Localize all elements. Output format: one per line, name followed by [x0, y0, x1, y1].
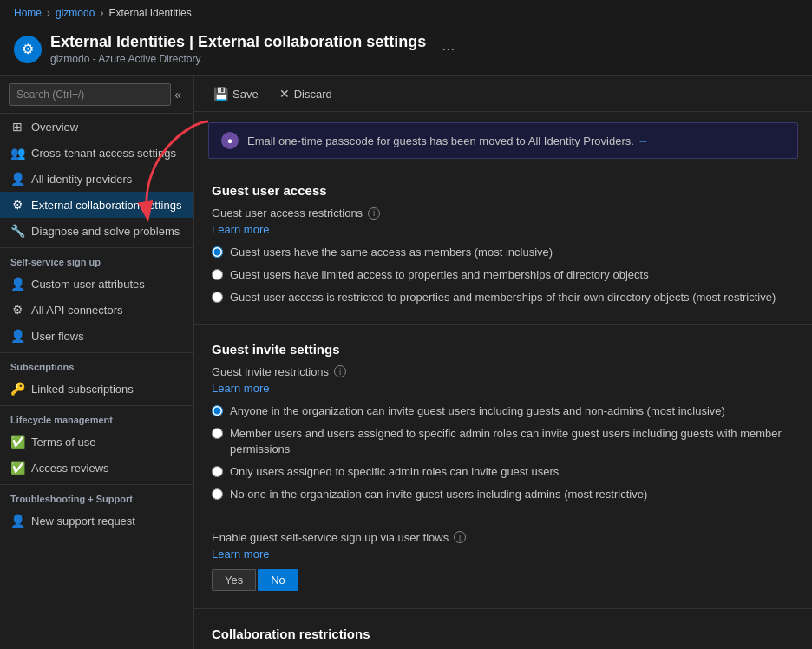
guest-access-info-icon[interactable]: i	[368, 207, 380, 220]
all-identity-icon: 👤	[10, 172, 24, 186]
guest-access-option-3: Guest user access is restricted to prope…	[212, 290, 795, 305]
guest-access-radio-3[interactable]	[212, 292, 223, 303]
sidebar-label-ext-collab: External collaboration settings	[31, 199, 181, 212]
guest-invite-label-4[interactable]: No one in the organization can invite gu…	[230, 487, 647, 502]
self-service-section: Enable guest self-service sign up via us…	[194, 517, 812, 605]
sidebar: « ⊞ Overview 👥 Cross-tenant access setti…	[0, 76, 194, 649]
guest-access-option-2: Guest users have limited access to prope…	[212, 267, 795, 283]
access-reviews-icon: ✅	[10, 461, 24, 475]
guest-invite-info-icon[interactable]: i	[334, 365, 346, 377]
guest-access-label-1[interactable]: Guest users have the same access as memb…	[230, 245, 553, 260]
breadcrumb: Home › gizmodo › External Identities	[0, 0, 812, 26]
self-service-label: Enable guest self-service sign up via us…	[212, 531, 795, 544]
main-content: ● Email one-time passcode for guests has…	[194, 112, 812, 649]
guest-invite-radio-4[interactable]	[212, 488, 223, 500]
custom-attrs-icon: 👤	[10, 277, 24, 291]
diagnose-icon: 🔧	[10, 224, 24, 238]
sidebar-label-linked-subs: Linked subscriptions	[31, 383, 134, 396]
guest-access-label-3[interactable]: Guest user access is restricted to prope…	[230, 290, 776, 305]
breadcrumb-home[interactable]: Home	[14, 7, 42, 19]
notification-text: Email one-time passcode for guests has b…	[247, 134, 648, 148]
sidebar-item-user-flows[interactable]: 👤 User flows	[0, 323, 193, 349]
guest-invite-radio-2[interactable]	[212, 428, 223, 439]
discard-label: Discard	[294, 88, 332, 101]
sidebar-item-ext-collab[interactable]: ⚙ External collaboration settings	[0, 192, 193, 218]
self-service-learn-more[interactable]: Learn more	[212, 547, 795, 560]
linked-subs-icon: 🔑	[10, 382, 24, 396]
toggle-yes-button[interactable]: Yes	[212, 569, 256, 591]
sidebar-label-access-reviews: Access reviews	[31, 462, 109, 475]
guest-access-radio-2[interactable]	[212, 269, 223, 280]
guest-access-option-1: Guest users have the same access as memb…	[212, 245, 795, 260]
self-service-toggle: Yes No	[212, 569, 795, 591]
guest-invite-label-1[interactable]: Anyone in the organization can invite gu…	[230, 403, 725, 419]
guest-access-radio-1[interactable]	[212, 246, 223, 258]
search-input[interactable]	[9, 83, 171, 106]
cross-tenant-icon: 👥	[10, 146, 24, 160]
more-options-icon[interactable]: ···	[442, 40, 455, 58]
api-connectors-icon: ⚙	[10, 303, 24, 317]
guest-invite-radio-3[interactable]	[212, 466, 223, 477]
section-lifecycle: Lifecycle management	[0, 405, 193, 429]
sidebar-label-user-flows: User flows	[31, 330, 84, 343]
sidebar-label-overview: Overview	[31, 121, 78, 134]
sidebar-label-terms: Terms of use	[31, 436, 95, 449]
page-header: ⚙ External Identities | External collabo…	[0, 26, 812, 76]
guest-access-radio-group: Guest users have the same access as memb…	[212, 245, 795, 306]
page-subtitle: gizmodo - Azure Active Directory	[50, 53, 426, 65]
guest-invite-radio-1[interactable]	[212, 405, 223, 416]
discard-icon: ✕	[279, 87, 290, 101]
page-header-icon: ⚙	[14, 36, 42, 63]
section-troubleshooting: Troubleshooting + Support	[0, 484, 193, 508]
sidebar-item-cross-tenant[interactable]: 👥 Cross-tenant access settings	[0, 140, 193, 166]
self-service-info-icon[interactable]: i	[454, 531, 466, 543]
guest-user-access-title: Guest user access	[212, 183, 795, 198]
toggle-no-button[interactable]: No	[258, 569, 298, 591]
sidebar-item-linked-subs[interactable]: 🔑 Linked subscriptions	[0, 376, 193, 402]
terms-icon: ✅	[10, 435, 24, 449]
sidebar-item-terms-of-use[interactable]: ✅ Terms of use	[0, 429, 193, 455]
sidebar-item-all-identity[interactable]: 👤 All identity providers	[0, 166, 193, 192]
sidebar-item-custom-attrs[interactable]: 👤 Custom user attributes	[0, 271, 193, 297]
guest-invite-label-3[interactable]: Only users assigned to specific admin ro…	[230, 464, 559, 480]
sidebar-item-api-connectors[interactable]: ⚙ All API connectors	[0, 297, 193, 323]
collab-restrictions-section: Collaboration restrictions Allow invitat…	[194, 613, 812, 650]
collapse-button[interactable]: «	[171, 84, 185, 105]
guest-invite-learn-more[interactable]: Learn more	[212, 382, 795, 395]
collab-restrictions-title: Collaboration restrictions	[212, 626, 795, 641]
sidebar-label-cross-tenant: Cross-tenant access settings	[31, 147, 176, 160]
new-support-icon: 👤	[10, 514, 24, 528]
sidebar-label-custom-attrs: Custom user attributes	[31, 278, 145, 291]
user-flows-icon: 👤	[10, 329, 24, 343]
notification-link[interactable]: →	[637, 134, 648, 148]
sidebar-item-overview[interactable]: ⊞ Overview	[0, 114, 193, 140]
guest-access-learn-more[interactable]: Learn more	[212, 223, 795, 236]
guest-invite-section: Guest invite settings Guest invite restr…	[194, 328, 812, 517]
save-button[interactable]: 💾 Save	[208, 83, 264, 104]
section-self-service: Self-service sign up	[0, 247, 193, 271]
guest-access-restrictions-label: Guest user access restrictions i	[212, 206, 795, 220]
sidebar-item-diagnose[interactable]: 🔧 Diagnose and solve problems	[0, 218, 193, 244]
overview-icon: ⊞	[10, 120, 24, 134]
section-subscriptions: Subscriptions	[0, 352, 193, 376]
guest-invite-option-4: No one in the organization can invite gu…	[212, 487, 795, 502]
sidebar-item-new-support[interactable]: 👤 New support request	[0, 508, 193, 534]
sidebar-item-access-reviews[interactable]: ✅ Access reviews	[0, 455, 193, 481]
sidebar-label-api-connectors: All API connectors	[31, 304, 123, 317]
guest-invite-option-1: Anyone in the organization can invite gu…	[212, 403, 795, 419]
guest-invite-title: Guest invite settings	[212, 342, 795, 357]
breadcrumb-gizmodo[interactable]: gizmodo	[56, 7, 95, 19]
guest-invite-option-2: Member users and users assigned to speci…	[212, 426, 795, 457]
discard-button[interactable]: ✕ Discard	[274, 83, 337, 104]
breadcrumb-current: External Identities	[108, 7, 191, 19]
save-label: Save	[232, 88, 259, 101]
guest-invite-radio-group: Anyone in the organization can invite gu…	[212, 403, 795, 503]
sidebar-label-diagnose: Diagnose and solve problems	[31, 225, 180, 238]
toolbar: 💾 Save ✕ Discard	[194, 76, 812, 112]
guest-user-access-section: Guest user access Guest user access rest…	[194, 169, 812, 320]
guest-invite-label-2[interactable]: Member users and users assigned to speci…	[230, 426, 795, 457]
guest-invite-restrictions-label: Guest invite restrictions i	[212, 365, 795, 378]
save-icon: 💾	[213, 87, 228, 101]
guest-access-label-2[interactable]: Guest users have limited access to prope…	[230, 267, 649, 283]
sidebar-label-all-identity: All identity providers	[31, 173, 132, 186]
